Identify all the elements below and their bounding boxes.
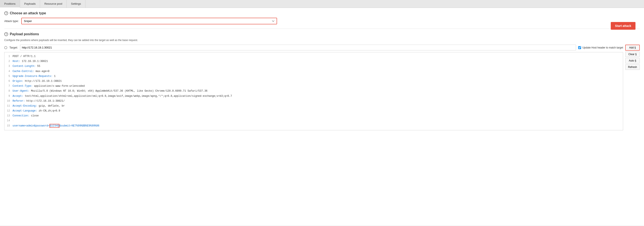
- attack-type-label: Attack type:: [4, 20, 19, 23]
- section-divider: [4, 29, 640, 29]
- tab-resource-pool[interactable]: Resource pool: [40, 0, 67, 8]
- request-line-11: 11 Accept-Encoding: gzip, deflate, br: [4, 103, 623, 108]
- request-line-4: 4 Cache-Control: max-age=0: [4, 69, 623, 74]
- tab-positions[interactable]: Positions: [0, 0, 20, 8]
- side-buttons: Add § Clear § Auto § Refresh: [625, 45, 640, 70]
- payload-positions-help-icon[interactable]: ?: [4, 32, 8, 36]
- clear-section-button[interactable]: Clear §: [625, 51, 640, 57]
- target-row: Target: Update Host header to match targ…: [4, 45, 623, 50]
- payload-before: username=admin&password=: [12, 124, 50, 127]
- request-line-14: 14 ·: [4, 118, 623, 123]
- request-line-6: 6 Origin: http://172.16.19.1:30021: [4, 79, 623, 84]
- request-line-13: 13 Connection: close: [4, 114, 623, 118]
- main-content: Start attack ? Choose an attack type Att…: [0, 8, 644, 225]
- refresh-button[interactable]: Refresh: [625, 64, 640, 70]
- tab-payloads[interactable]: Payloads: [20, 0, 40, 8]
- request-line-2: 2 Host: 172.16.19.1:30021: [4, 59, 623, 64]
- attack-type-row: Attack type: Sniper Battering ram Pitchf…: [4, 18, 640, 24]
- payload-positions-header: ? Payload positions: [4, 32, 640, 36]
- target-input[interactable]: [20, 45, 576, 50]
- request-line-1: 1 POST / HTTP/1.1: [4, 54, 623, 59]
- update-host-row: Update Host header to match target: [578, 46, 623, 49]
- tab-settings[interactable]: Settings: [67, 0, 86, 8]
- request-line-3: 3 Content-Length: 55: [4, 64, 623, 69]
- start-attack-button[interactable]: Start attack: [611, 22, 636, 30]
- payload-after: &submit=%E7%99%BB%E9%99%86: [60, 124, 99, 127]
- request-line-5: 5 Upgrade-Insecure-Requests: 1: [4, 74, 623, 79]
- request-line-15: 15 username=admin&password=§1234§&submit…: [4, 124, 623, 128]
- positions-description: Configure the positions where payloads w…: [4, 39, 640, 42]
- attack-type-select[interactable]: Sniper Battering ram Pitchfork Cluster b…: [21, 18, 277, 24]
- attack-type-help-icon[interactable]: ?: [4, 11, 8, 15]
- target-label: Target:: [10, 46, 18, 49]
- target-bullet-icon: [4, 46, 7, 49]
- payload-highlighted: §1234§: [50, 124, 60, 128]
- request-editor[interactable]: 1 POST / HTTP/1.1 2 Host: 172.16.19.1:30…: [4, 52, 623, 130]
- add-section-button[interactable]: Add §: [625, 45, 640, 51]
- tab-bar: Positions Payloads Resource pool Setting…: [0, 0, 644, 8]
- payload-positions-title: Payload positions: [10, 32, 39, 36]
- request-line-12: 12 Accept-Language: zh-CN,zh;q=0.9: [4, 108, 623, 114]
- update-host-label: Update Host header to match target: [582, 46, 623, 49]
- request-line-9: 9 Accept: text/html,application/xhtml+xm…: [4, 94, 623, 99]
- attack-type-title: Choose an attack type: [10, 11, 46, 15]
- update-host-checkbox[interactable]: [578, 46, 581, 49]
- attack-type-header: ? Choose an attack type: [4, 11, 640, 15]
- auto-section-button[interactable]: Auto §: [625, 58, 640, 63]
- top-section: Start attack ? Choose an attack type Att…: [4, 11, 640, 130]
- request-line-8: 8 User-Agent: Mozilla/5.0 (Windows NT 10…: [4, 89, 623, 93]
- request-line-10: 10 Referer: http://172.16.19.1:30021/: [4, 99, 623, 103]
- request-line-7: 7 Content-Type: application/x-www-form-u…: [4, 84, 623, 89]
